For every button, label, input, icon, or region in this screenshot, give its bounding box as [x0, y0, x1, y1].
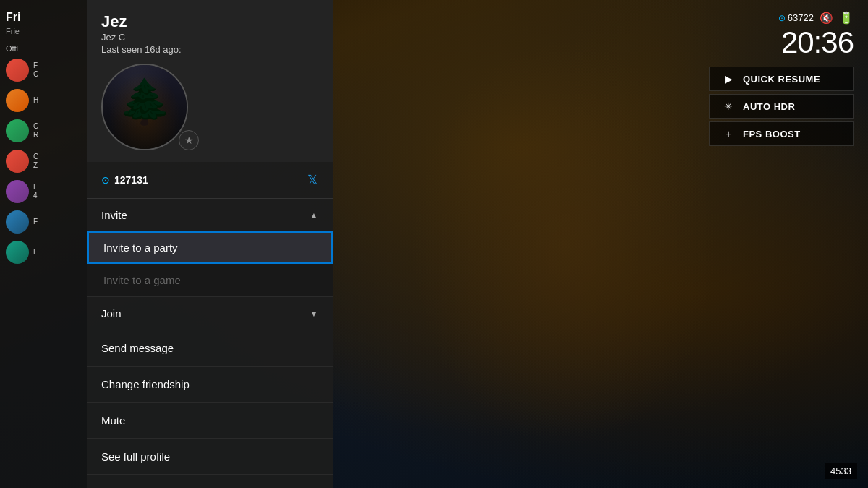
profile-header: Jez Jez C Last seen 16d ago: ★: [87, 0, 333, 162]
avatar: [6, 210, 29, 234]
gamerscore-icon: ⊙: [101, 174, 110, 186]
chevron-up-icon: ▲: [310, 210, 318, 221]
sidebar-subtitle: Frie: [6, 27, 81, 35]
avatar: [6, 180, 29, 203]
profile-card: Jez Jez C Last seen 16d ago: ★ ⊙ 127131 …: [87, 0, 333, 488]
profile-last-seen: Last seen 16d ago:: [101, 44, 318, 55]
score-badge: 4533: [825, 463, 857, 479]
list-item[interactable]: CR: [6, 119, 81, 142]
friend-name: H: [33, 96, 38, 105]
hdr-icon: ✳: [721, 100, 736, 112]
hud-gamerscore: ⊙ 63722: [778, 12, 814, 23]
avatar: [6, 119, 29, 142]
quick-resume-button[interactable]: ▶ QUICK RESUME: [709, 67, 854, 91]
plus-icon: +: [721, 128, 736, 140]
join-section-header[interactable]: Join ▼: [87, 297, 333, 330]
twitter-icon[interactable]: 𝕏: [307, 172, 318, 188]
hud-gamerscore-value: 63722: [788, 12, 814, 23]
list-item[interactable]: H: [6, 89, 81, 112]
gamerscore-value: 127131: [114, 174, 148, 186]
change-friendship-item[interactable]: Change friendship: [87, 367, 333, 403]
friends-sidebar: Fri Frie Offl FC H CR CZ L4 F F: [0, 0, 87, 488]
invite-to-party-item[interactable]: Invite to a party: [87, 231, 333, 264]
list-item[interactable]: CZ: [6, 150, 81, 173]
list-item[interactable]: L4: [6, 180, 81, 203]
profile-avatar-container: ★: [101, 64, 195, 150]
hud-status-row: ⊙ 63722 🔇 🔋: [778, 11, 854, 25]
profile-avatar: [101, 64, 188, 150]
friend-name: F: [33, 218, 38, 226]
auto-hdr-label: AUTO HDR: [743, 101, 795, 112]
chevron-down-icon: ▼: [310, 309, 318, 319]
join-section: Join ▼: [87, 297, 333, 330]
avatar: [6, 150, 29, 173]
invite-submenu: Invite to a party Invite to a game: [87, 231, 333, 296]
hud-battery-icon: 🔋: [839, 11, 854, 25]
invite-section-label: Invite: [101, 209, 127, 221]
gamerscore-row: ⊙ 127131 𝕏: [87, 162, 333, 199]
play-icon: ▶: [721, 73, 736, 85]
gamerscore-left: ⊙ 127131: [101, 174, 148, 186]
invite-to-game-item: Invite to a game: [87, 264, 333, 296]
list-item[interactable]: F: [6, 241, 81, 264]
action-buttons: ▶ QUICK RESUME ✳ AUTO HDR + FPS BOOST: [709, 67, 854, 146]
sidebar-title: Fri: [6, 11, 81, 24]
invite-section-header[interactable]: Invite ▲: [87, 199, 333, 231]
auto-hdr-button[interactable]: ✳ AUTO HDR: [709, 94, 854, 119]
invite-section: Invite ▲ Invite to a party Invite to a g…: [87, 199, 333, 297]
see-full-profile-item[interactable]: See full profile: [87, 439, 333, 475]
avatar: [6, 241, 29, 264]
list-item[interactable]: F: [6, 210, 81, 234]
friend-name: CR: [33, 122, 38, 140]
avatar: [6, 89, 29, 112]
profile-gamertag: Jez C: [101, 32, 318, 43]
list-item[interactable]: FC: [6, 59, 81, 82]
hud-top-right: ⊙ 63722 🔇 🔋 20:36 ▶ QUICK RESUME ✳ AUTO …: [709, 11, 854, 146]
hud-gamerscore-icon: ⊙: [778, 13, 786, 23]
mute-item[interactable]: Mute: [87, 403, 333, 439]
profile-favorite-star[interactable]: ★: [179, 130, 199, 150]
quick-resume-label: QUICK RESUME: [743, 74, 820, 85]
fps-boost-label: FPS BOOST: [743, 129, 801, 140]
friend-name: F: [33, 248, 38, 257]
send-message-item[interactable]: Send message: [87, 330, 333, 367]
fps-boost-button[interactable]: + FPS BOOST: [709, 121, 854, 146]
friend-name: FC: [33, 61, 38, 79]
avatar: [6, 59, 29, 82]
friend-name: L4: [33, 183, 38, 200]
hud-clock: 20:36: [781, 27, 854, 58]
friend-name: CZ: [33, 153, 38, 170]
hud-mute-icon: 🔇: [820, 12, 833, 25]
sidebar-section-label: Offl: [6, 44, 81, 53]
profile-name: Jez: [101, 13, 318, 30]
score-value: 4533: [830, 466, 851, 476]
join-section-label: Join: [101, 307, 122, 320]
